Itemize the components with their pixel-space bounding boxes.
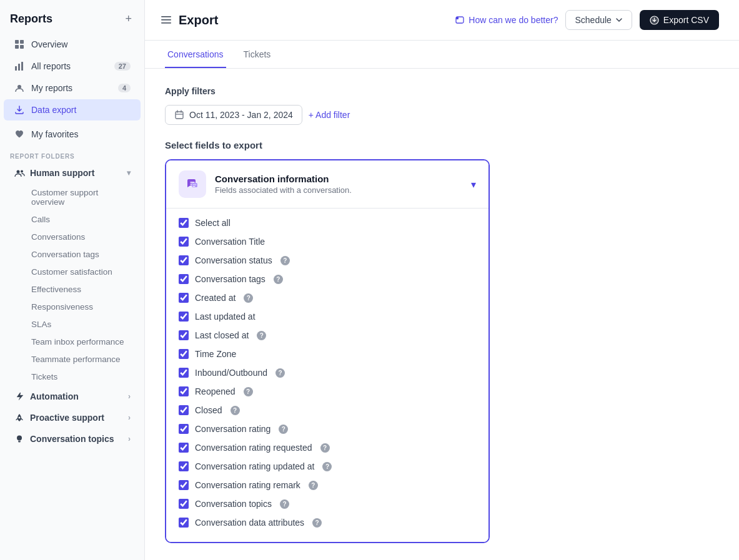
conversation-info-header[interactable]: Conversation information Fields associat…: [166, 160, 489, 208]
sub-customer-satisfaction[interactable]: Customer satisfaction: [4, 263, 141, 280]
checkbox-conversation-title[interactable]: [179, 237, 189, 247]
checkbox-item-conversation-title: Conversation Title: [179, 232, 476, 251]
add-filter-button[interactable]: + Add filter: [309, 110, 350, 120]
folder-conversation-topics[interactable]: Conversation topics ›: [4, 429, 141, 449]
sidebar-toggle-icon[interactable]: [160, 14, 172, 26]
svg-rect-6: [21, 62, 23, 71]
schedule-button[interactable]: Schedule: [565, 10, 632, 30]
checkbox-item-conversation-rating: Conversation rating?: [179, 420, 476, 438]
sub-customer-support-overview[interactable]: Customer support overview: [4, 184, 141, 210]
field-label-conversation-topics: Conversation topics: [195, 499, 272, 509]
svg-point-7: [17, 85, 21, 89]
field-label-time-zone: Time Zone: [195, 349, 236, 359]
folder-human-support-label: Human support: [30, 168, 94, 178]
field-label-inbound-outbound: Inbound/Outbound: [195, 368, 267, 378]
conversation-info-text: Conversation information Fields associat…: [215, 174, 352, 195]
filters-row: Oct 11, 2023 - Jan 2, 2024 + Add filter: [165, 105, 719, 125]
checkbox-closed[interactable]: [179, 405, 189, 415]
checkbox-conversation-rating[interactable]: [179, 424, 189, 434]
help-icon-closed[interactable]: ?: [231, 406, 240, 415]
sidebar: Reports + Overview: [0, 0, 145, 560]
svg-rect-14: [161, 16, 171, 17]
svg-rect-18: [456, 17, 459, 19]
checkbox-conversation-rating-updated-at[interactable]: [179, 461, 189, 471]
checkbox-conversation-status[interactable]: [179, 255, 189, 265]
sidebar-item-all-reports-label: All reports: [31, 61, 71, 71]
sidebar-item-overview[interactable]: Overview: [4, 34, 141, 55]
chevron-right-icon: ›: [128, 392, 131, 401]
checkbox-conversation-rating-requested[interactable]: [179, 443, 189, 453]
help-icon-last-closed-at[interactable]: ?: [257, 331, 266, 340]
sub-calls[interactable]: Calls: [4, 211, 141, 228]
how-btn-label: How can we do better?: [469, 15, 558, 25]
checkbox-last-closed-at[interactable]: [179, 330, 189, 340]
help-icon-conversation-status[interactable]: ?: [280, 256, 290, 265]
bolt-icon: [14, 391, 25, 402]
tab-conversations[interactable]: Conversations: [165, 41, 226, 68]
checkbox-item-created-at: Created at?: [179, 288, 476, 307]
checkbox-conversation-topics[interactable]: [179, 499, 189, 509]
sub-conversations[interactable]: Conversations: [4, 228, 141, 245]
sub-teammate-performance[interactable]: Teammate performance: [4, 351, 141, 368]
sub-slas[interactable]: SLAs: [4, 316, 141, 333]
help-icon-inbound-outbound[interactable]: ?: [275, 368, 285, 378]
field-label-reopened: Reopened: [195, 386, 236, 396]
users-icon: [14, 167, 25, 179]
checkbox-time-zone[interactable]: [179, 349, 189, 359]
folder-automation[interactable]: Automation ›: [4, 386, 141, 406]
select-fields-label: Select fields to export: [165, 140, 719, 150]
sidebar-item-my-reports[interactable]: My reports 4: [4, 77, 141, 99]
svg-rect-1: [20, 40, 24, 44]
checkbox-inbound-outbound[interactable]: [179, 368, 189, 378]
date-range-value: Oct 11, 2023 - Jan 2, 2024: [189, 110, 293, 120]
sub-tickets[interactable]: Tickets: [4, 368, 141, 385]
checkbox-item-time-zone: Time Zone: [179, 345, 476, 363]
human-support-sub-items: Customer support overview Calls Conversa…: [0, 184, 144, 386]
help-icon-conversation-topics[interactable]: ?: [280, 499, 289, 509]
help-icon-conversation-rating-requested[interactable]: ?: [320, 443, 330, 453]
svg-point-8: [16, 170, 19, 173]
conversation-info-subtitle: Fields associated with a conversation.: [215, 185, 352, 195]
sub-effectiveness[interactable]: Effectiveness: [4, 281, 141, 298]
title-area: Export: [160, 13, 218, 37]
help-icon-conversation-rating[interactable]: ?: [279, 425, 288, 434]
tab-tickets[interactable]: Tickets: [241, 41, 274, 68]
svg-rect-15: [161, 19, 171, 21]
checkbox-item-select-all: Select all: [179, 214, 476, 232]
bar-chart-icon: [14, 61, 25, 72]
checkbox-conversation-rating-remark[interactable]: [179, 480, 189, 490]
checkbox-reopened[interactable]: [179, 386, 189, 396]
svg-rect-4: [15, 66, 17, 71]
folder-proactive-support[interactable]: Proactive support ›: [4, 408, 141, 428]
header-actions: How can we do better? Schedule Export CS…: [455, 10, 719, 40]
how-can-we-do-better-button[interactable]: How can we do better?: [455, 15, 558, 25]
svg-rect-16: [161, 22, 171, 24]
checkbox-conversation-data-attributes[interactable]: [179, 518, 189, 528]
checkbox-select-all[interactable]: [179, 218, 189, 228]
help-icon-reopened[interactable]: ?: [244, 387, 253, 396]
help-icon-conversation-rating-remark[interactable]: ?: [309, 481, 318, 490]
sub-conversation-tags[interactable]: Conversation tags: [4, 246, 141, 263]
help-icon-created-at[interactable]: ?: [244, 293, 253, 303]
conversation-box-icon: [179, 170, 206, 198]
checkbox-list: Select allConversation TitleConversation…: [166, 208, 489, 542]
sidebar-item-data-export[interactable]: Data export: [4, 99, 141, 120]
sub-responsiveness[interactable]: Responsiveness: [4, 298, 141, 315]
folder-human-support[interactable]: Human support ▾: [4, 163, 141, 183]
sidebar-item-my-favorites[interactable]: My favorites: [4, 124, 141, 145]
export-csv-button[interactable]: Export CSV: [640, 10, 719, 30]
help-icon-conversation-rating-updated-at[interactable]: ?: [322, 462, 332, 471]
folder-conversation-topics-label: Conversation topics: [30, 434, 114, 444]
help-icon-conversation-data-attributes[interactable]: ?: [312, 518, 322, 528]
add-report-button[interactable]: +: [122, 12, 134, 26]
apply-filters-label: Apply filters: [165, 86, 719, 96]
folder-automation-label: Automation: [30, 391, 79, 401]
checkbox-created-at[interactable]: [179, 293, 189, 303]
sub-team-inbox-performance[interactable]: Team inbox performance: [4, 333, 141, 350]
sidebar-item-all-reports[interactable]: All reports 27: [4, 56, 141, 77]
checkbox-conversation-tags[interactable]: [179, 274, 189, 284]
date-range-filter[interactable]: Oct 11, 2023 - Jan 2, 2024: [165, 105, 302, 125]
rocket-icon: [14, 412, 25, 423]
checkbox-last-updated-at[interactable]: [179, 312, 189, 322]
help-icon-conversation-tags[interactable]: ?: [274, 275, 283, 284]
